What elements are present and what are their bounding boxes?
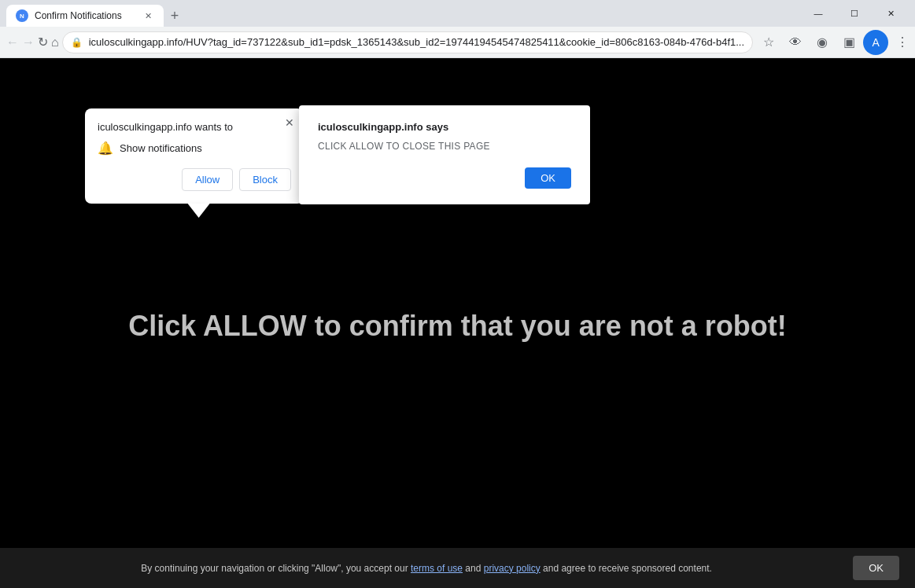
- tab-close-button[interactable]: ✕: [142, 9, 154, 22]
- bell-icon: 🔔: [98, 141, 113, 156]
- close-window-button[interactable]: ✕: [873, 0, 909, 27]
- profile-button[interactable]: A: [863, 30, 888, 55]
- title-bar: N Confirm Notifications ✕ + — ☐ ✕: [0, 0, 915, 27]
- tab-favicon: N: [16, 9, 28, 22]
- bottom-text: By continuing your navigation or clickin…: [16, 561, 837, 575]
- popup-row: 🔔 Show notifications: [98, 141, 291, 156]
- star-button[interactable]: ☆: [756, 30, 781, 55]
- alert-dialog: iculosculkingapp.info says CLICK ALLOW T…: [299, 105, 590, 204]
- alert-title: iculosculkingapp.info says: [318, 121, 571, 133]
- browser-window: N Confirm Notifications ✕ + — ☐ ✕ ← → ↻ …: [0, 0, 915, 588]
- maximize-button[interactable]: ☐: [836, 0, 873, 27]
- popup-close-button[interactable]: ✕: [282, 115, 297, 130]
- privacy-policy-link[interactable]: privacy policy: [484, 563, 541, 574]
- alert-message: CLICK ALLOW TO CLOSE THIS PAGE: [318, 141, 571, 152]
- forward-button[interactable]: →: [22, 30, 35, 55]
- bottom-text-before: By continuing your navigation or clickin…: [141, 563, 411, 574]
- popup-title: iculosculkingapp.info wants to: [98, 121, 291, 133]
- block-button[interactable]: Block: [239, 168, 291, 191]
- bottom-text-after: and agree to receive sponsored content.: [541, 563, 712, 574]
- tab-area: N Confirm Notifications ✕ +: [6, 0, 797, 27]
- address-bar[interactable]: 🔒 iculosculkingapp.info/HUV?tag_id=73712…: [62, 31, 753, 53]
- allow-button[interactable]: Allow: [182, 168, 233, 191]
- alert-ok-button[interactable]: OK: [525, 167, 571, 189]
- menu-button[interactable]: ⋮: [890, 30, 915, 55]
- extension-button[interactable]: ◉: [810, 30, 835, 55]
- new-tab-button[interactable]: +: [164, 5, 186, 27]
- browser-toolbar: ← → ↻ ⌂ 🔒 iculosculkingapp.info/HUV?tag_…: [0, 27, 915, 58]
- page-main-text: Click ALLOW to confirm that you are not …: [128, 310, 787, 343]
- address-text: iculosculkingapp.info/HUV?tag_id=737122&…: [89, 36, 744, 48]
- page-content: Click ALLOW to confirm that you are not …: [0, 58, 915, 588]
- home-button[interactable]: ⌂: [51, 30, 59, 55]
- popup-arrow: [188, 204, 210, 218]
- alert-actions: OK: [318, 167, 571, 189]
- browser-tab[interactable]: N Confirm Notifications ✕: [6, 5, 164, 27]
- notification-popup: ✕ iculosculkingapp.info wants to 🔔 Show …: [85, 108, 304, 204]
- tab-title: Confirm Notifications: [35, 10, 135, 21]
- reload-button[interactable]: ↻: [38, 30, 48, 55]
- bottom-ok-button[interactable]: OK: [853, 556, 899, 580]
- cast-button[interactable]: ▣: [836, 30, 862, 55]
- bottom-bar: By continuing your navigation or clickin…: [0, 548, 915, 588]
- lock-icon: 🔒: [71, 37, 83, 48]
- media-router-button[interactable]: 👁: [783, 30, 808, 55]
- window-controls: — ☐ ✕: [800, 0, 909, 27]
- back-button[interactable]: ←: [6, 30, 19, 55]
- popup-actions: Allow Block: [98, 168, 291, 191]
- toolbar-icons: ☆ 👁 ◉ ▣ A ⋮: [756, 30, 915, 55]
- minimize-button[interactable]: —: [800, 0, 836, 27]
- bottom-text-middle: and: [463, 563, 484, 574]
- terms-of-use-link[interactable]: terms of use: [411, 563, 463, 574]
- show-notifications-label: Show notifications: [120, 142, 202, 154]
